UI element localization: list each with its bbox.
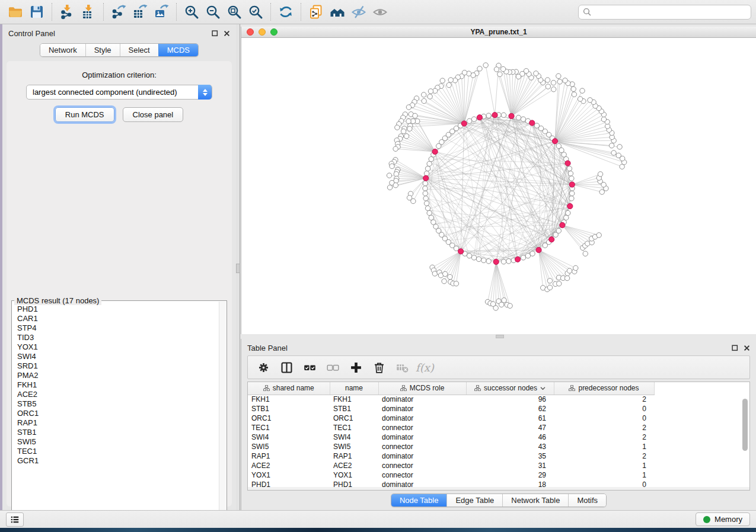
export-table-icon[interactable] [129, 2, 151, 21]
column-tree-icon [474, 385, 481, 391]
tab-network[interactable]: Network [40, 44, 85, 56]
table-row[interactable]: YOX1YOX1connector291 [248, 470, 654, 480]
hide-selected-icon[interactable] [348, 2, 369, 21]
mcds-result-item[interactable]: YOX1 [13, 342, 218, 352]
mcds-result-item[interactable]: PMA2 [13, 371, 218, 380]
splitter-grip[interactable] [236, 264, 240, 273]
mcds-result-item[interactable]: STB1 [13, 428, 218, 437]
zoom-selected-icon[interactable] [245, 2, 266, 21]
mcds-result-item[interactable]: STB5 [13, 399, 218, 409]
task-history-icon[interactable] [6, 512, 24, 527]
table-row[interactable]: ACE2ACE2connector311 [248, 461, 654, 470]
column-header-shared-name[interactable]: shared name [248, 382, 330, 395]
mcds-result-list[interactable]: PHD1CAR1STP4TID3YOX1SWI4SRD1PMA2FKH1ACE2… [13, 305, 218, 518]
horizontal-splitter[interactable] [241, 334, 756, 339]
run-mcds-button[interactable]: Run MCDS [55, 107, 114, 122]
search-box [578, 5, 751, 20]
tab-motifs[interactable]: Motifs [568, 494, 606, 507]
search-input[interactable] [594, 8, 747, 16]
first-neighbors-icon[interactable] [327, 2, 348, 21]
tab-mcds[interactable]: MCDS [158, 44, 198, 56]
table-tabs: Node TableEdge TableNetwork TableMotifs [391, 493, 607, 507]
unselect-all-icon[interactable] [323, 358, 342, 376]
float-panel-icon[interactable] [212, 30, 218, 37]
table-row[interactable]: RAP1RAP1dominator352 [248, 451, 654, 461]
column-header-predecessor-nodes[interactable]: predecessor nodes [554, 382, 654, 395]
table-row[interactable]: SWI4SWI4dominator462 [248, 432, 654, 442]
table-panel-title: Table Panel [247, 344, 288, 352]
network-title: YPA_prune.txt_1 [241, 28, 756, 36]
table-scrollbar-thumb[interactable] [742, 399, 748, 451]
column-header-MCDS-role[interactable]: MCDS role [378, 382, 466, 395]
tab-node-table[interactable]: Node Table [391, 494, 447, 507]
tab-network-table[interactable]: Network Table [502, 494, 568, 507]
close-panel-icon[interactable] [224, 30, 230, 37]
column-header-name[interactable]: name [330, 382, 378, 395]
column-tree-icon [263, 385, 270, 391]
mcds-result-item[interactable]: TEC1 [13, 447, 218, 456]
close-panel-button[interactable]: Close panel [123, 107, 184, 122]
import-table-icon[interactable] [78, 2, 99, 21]
criterion-dropdown[interactable]: largest connected component (undirected) [26, 85, 212, 100]
mcds-result-item[interactable]: TID3 [13, 333, 218, 342]
tab-style[interactable]: Style [85, 44, 120, 56]
toolbar-divider [52, 3, 52, 21]
show-column-icon[interactable] [277, 358, 296, 376]
network-graph[interactable] [241, 38, 755, 331]
mcds-result-item[interactable]: ORC1 [13, 409, 218, 418]
node-table: shared namenameMCDS rolesuccessor nodesp… [247, 382, 750, 491]
control-panel-tabs-row: NetworkStyleSelectMCDS [2, 40, 236, 60]
column-header-successor-nodes[interactable]: successor nodes [466, 382, 554, 395]
export-network-icon[interactable] [108, 2, 129, 21]
duplicate-network-icon[interactable] [305, 2, 327, 21]
mcds-result-item[interactable]: SWI4 [13, 352, 218, 361]
export-image-icon[interactable] [151, 2, 172, 21]
mcds-result-item[interactable]: RAP1 [13, 418, 218, 428]
vertical-splitter[interactable] [236, 24, 241, 510]
zoom-in-icon[interactable] [181, 2, 202, 21]
mcds-result-item[interactable]: ACE2 [13, 390, 218, 399]
network-window: YPA_prune.txt_1 [241, 27, 756, 334]
table-row[interactable]: FKH1FKH1dominator962 [248, 395, 654, 404]
show-all-icon[interactable] [369, 2, 391, 21]
splitter-grip[interactable] [496, 335, 504, 338]
table-toolbar: f(x) [247, 355, 750, 379]
mcds-result-item[interactable]: GCR1 [13, 456, 218, 466]
node-table-grid[interactable]: shared namenameMCDS rolesuccessor nodesp… [248, 382, 655, 489]
refresh-view-icon[interactable] [275, 2, 296, 21]
add-icon[interactable] [346, 358, 365, 376]
save-session-icon[interactable] [26, 2, 47, 21]
function-builder-icon[interactable]: f(x) [416, 361, 434, 374]
control-panel-title: Control Panel [8, 29, 55, 38]
tab-edge-table[interactable]: Edge Table [446, 494, 502, 507]
table-row[interactable]: ORC1ORC1dominator610 [248, 414, 654, 423]
table-row[interactable]: SWI5SWI5connector431 [248, 442, 654, 451]
float-panel-icon[interactable] [732, 345, 738, 351]
criterion-value: largest connected component (undirected) [33, 88, 177, 97]
mcds-result-item[interactable]: FKH1 [13, 380, 218, 390]
delete-icon[interactable] [369, 358, 388, 376]
delete-table-icon[interactable] [393, 358, 412, 376]
open-file-icon[interactable] [5, 2, 26, 21]
mcds-result-item[interactable]: SWI5 [13, 437, 218, 447]
memory-button[interactable]: Memory [696, 512, 750, 526]
toolbar-divider [176, 3, 177, 21]
import-network-icon[interactable] [56, 2, 78, 21]
select-all-icon[interactable] [300, 358, 319, 376]
mcds-result-item[interactable]: CAR1 [13, 314, 218, 323]
zoom-out-icon[interactable] [202, 2, 224, 21]
close-panel-icon[interactable] [744, 345, 750, 351]
tab-select[interactable]: Select [120, 44, 158, 56]
settings-icon[interactable] [254, 358, 273, 376]
mcds-result-item[interactable]: SRD1 [13, 361, 218, 371]
table-row[interactable]: STB1STB1dominator620 [248, 404, 654, 414]
table-row[interactable]: TEC1TEC1connector472 [248, 423, 654, 432]
mcds-result-item[interactable]: STP4 [13, 323, 218, 333]
mcds-result-groupbox: MCDS result (17 nodes) PHD1CAR1STP4TID3Y… [11, 300, 227, 520]
mcds-list-scrollbar[interactable] [219, 302, 226, 518]
mcds-result-item[interactable]: PHD1 [13, 305, 218, 314]
desktop-wallpaper-strip [0, 528, 756, 532]
network-canvas[interactable] [241, 38, 756, 334]
zoom-fit-icon[interactable] [224, 2, 245, 21]
main-toolbar [0, 0, 756, 24]
